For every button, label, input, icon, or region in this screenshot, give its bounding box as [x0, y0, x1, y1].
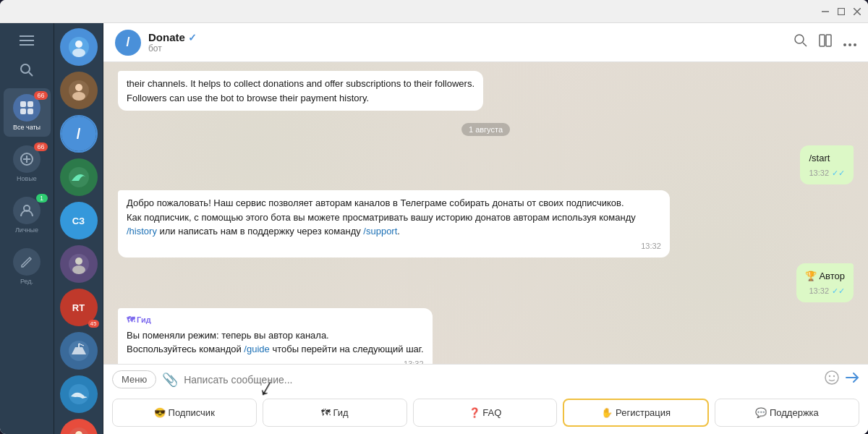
chat-avatar-4[interactable]: [60, 158, 98, 196]
send-button[interactable]: [845, 370, 859, 388]
bubble-time: 13:32: [809, 167, 829, 179]
new-chats-badge: 66: [34, 142, 47, 151]
svg-line-8: [29, 72, 33, 76]
header-search-button[interactable]: [794, 34, 807, 51]
chat-status: бот: [148, 43, 794, 54]
quick-btn-label: ✋ Регистрация: [601, 407, 671, 418]
message-text: /start: [809, 153, 830, 163]
bubble-meta: 13:32 ✓✓: [809, 167, 845, 179]
link-guide[interactable]: /guide: [244, 344, 269, 354]
svg-rect-12: [27, 109, 33, 114]
bubble-sender: 🗺 Гид: [127, 314, 424, 326]
maximize-button[interactable]: [836, 7, 846, 17]
svg-line-35: [803, 43, 807, 46]
guide-bubble: 🗺 Гид Вы поменяли режим: теперь вы автор…: [118, 308, 433, 364]
message-row-author: 🏆 Автор 13:32 ✓✓: [118, 263, 854, 302]
edit-label: Ред.: [20, 278, 33, 285]
bubble-meta: 13:32: [127, 240, 661, 252]
message-bubble: their channels. It helps to collect dona…: [118, 71, 483, 111]
attach-button[interactable]: 📎: [162, 372, 178, 388]
chat-avatar-10[interactable]: 40: [60, 419, 98, 434]
svg-point-26: [72, 265, 85, 274]
nav-sidebar: 66 Все чаты 66: [0, 23, 54, 434]
minimize-button[interactable]: [820, 7, 830, 17]
app-body: 66 Все чаты 66: [0, 23, 868, 434]
svg-point-40: [854, 43, 856, 46]
link-support[interactable]: /support: [363, 226, 397, 237]
chat-avatar-2[interactable]: [60, 72, 98, 109]
new-chats-label: Новые: [17, 175, 37, 182]
chat-avatar-5[interactable]: СЗ: [60, 202, 98, 239]
chat-avatar-7[interactable]: RT 45: [60, 289, 98, 326]
app-window: 66 Все чаты 66: [0, 0, 868, 434]
close-button[interactable]: [852, 7, 862, 17]
nav-menu-button[interactable]: [4, 29, 51, 52]
svg-rect-37: [826, 35, 831, 46]
chat-avatar-6[interactable]: [60, 245, 98, 283]
emoji-button[interactable]: [825, 370, 839, 388]
quick-btn-label: 🗺 Гид: [321, 407, 349, 418]
link-history[interactable]: /history: [127, 226, 157, 237]
date-divider: 1 августа: [118, 122, 854, 135]
bubble-check: ✓✓: [832, 167, 845, 179]
message-row: their channels. It helps to collect dona…: [118, 71, 854, 111]
message-text: Добро пожаловать! Наш сервис позволяет а…: [127, 197, 636, 237]
header-columns-button[interactable]: [819, 34, 832, 51]
svg-rect-1: [838, 8, 845, 14]
menu-button[interactable]: Меню: [112, 370, 156, 388]
chat-avatar-3[interactable]: /: [60, 115, 98, 153]
svg-rect-11: [20, 109, 26, 114]
svg-rect-36: [820, 35, 825, 46]
nav-personal[interactable]: 1 Личные: [4, 191, 51, 239]
chat-avatar-1[interactable]: [60, 28, 98, 66]
header-more-button[interactable]: [843, 35, 856, 50]
nav-search-button[interactable]: [4, 58, 51, 82]
chat-avatar-9[interactable]: [60, 375, 98, 413]
message-text: Вы поменяли режим: теперь вы автор канал…: [127, 330, 424, 355]
svg-rect-9: [20, 101, 26, 107]
svg-rect-10: [27, 101, 33, 107]
quick-register-btn[interactable]: ✋ Регистрация: [563, 399, 709, 427]
svg-point-18: [75, 41, 82, 48]
personal-label: Личные: [15, 226, 38, 234]
svg-point-42: [829, 375, 830, 377]
quick-btn-label: 💬 Поддержка: [755, 407, 818, 418]
svg-point-21: [75, 84, 82, 91]
verified-icon: ✓: [188, 32, 197, 43]
svg-point-38: [843, 43, 846, 46]
bubble-time: 13:32: [809, 285, 829, 297]
date-label: 1 августа: [461, 123, 510, 136]
all-chats-label: Все чаты: [13, 124, 41, 131]
message-input[interactable]: [184, 374, 819, 386]
nav-edit[interactable]: Ред.: [4, 242, 51, 291]
message-text: 🏆 Автор: [805, 271, 845, 281]
chat-avatar: /: [115, 30, 141, 56]
chat-avatar-8[interactable]: [60, 332, 98, 370]
svg-point-39: [848, 43, 851, 46]
quick-support-btn[interactable]: 💬 Поддержка: [715, 399, 859, 427]
svg-point-34: [795, 35, 804, 43]
svg-point-7: [21, 64, 30, 73]
bubble-check: ✓✓: [832, 285, 845, 297]
quick-subscriber-btn[interactable]: 😎 Подписчик: [112, 399, 257, 427]
avatars-panel: / СЗ: [54, 23, 103, 434]
input-row: Меню 📎: [103, 365, 868, 394]
chat-info: Donate ✓ бот: [148, 31, 794, 54]
bubble-time: 13:32: [641, 240, 661, 252]
chat-avatar-7-badge: 45: [88, 320, 99, 328]
nav-all-chats[interactable]: 66 Все чаты: [4, 88, 51, 137]
chat-header: / Donate ✓ бот: [103, 23, 868, 62]
svg-point-22: [72, 92, 85, 101]
quick-faq-btn[interactable]: ❓ FAQ: [413, 399, 558, 427]
titlebar: [0, 0, 868, 23]
messages-area: their channels. It helps to collect dona…: [103, 62, 868, 364]
chat-header-actions: [794, 34, 856, 51]
nav-new-chats[interactable]: 66 Новые: [4, 140, 51, 188]
quick-btn-label: ❓ FAQ: [469, 407, 502, 418]
bot-name-text: Donate: [148, 31, 185, 43]
quick-guide-btn[interactable]: 🗺 Гид: [263, 399, 407, 427]
bubble-meta: 13:32 ✓✓: [805, 285, 845, 297]
message-row-guide: 🗺 Гид Вы поменяли режим: теперь вы автор…: [118, 308, 854, 364]
welcome-bubble: Добро пожаловать! Наш сервис позволяет а…: [118, 190, 670, 258]
author-bubble: 🏆 Автор 13:32 ✓✓: [796, 263, 854, 302]
